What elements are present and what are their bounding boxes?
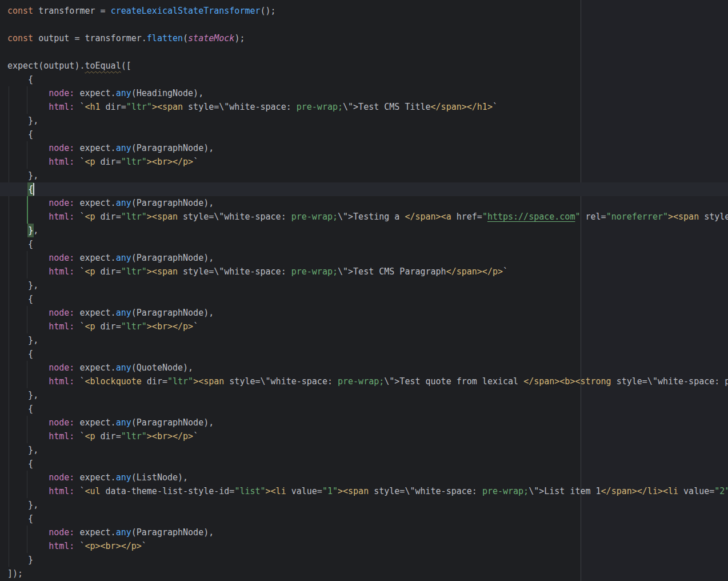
code-segment: expect(output). xyxy=(7,61,85,71)
code-segment: expect. xyxy=(74,472,115,483)
code-segment: data-theme-list-style-id= xyxy=(101,486,235,496)
code-line: { xyxy=(0,73,728,86)
code-segment: { xyxy=(7,459,33,469)
code-segment: { xyxy=(7,294,33,304)
code-segment: " xyxy=(482,212,487,222)
code-line xyxy=(0,45,728,59)
code-segment: ><span xyxy=(147,212,178,222)
code-segment: html: xyxy=(49,266,74,277)
code-segment: dir= xyxy=(95,212,121,222)
code-segment xyxy=(7,321,49,332)
code-line: }, xyxy=(0,169,728,182)
code-line: node: expect.any(ParagraphNode), xyxy=(0,526,728,539)
code-line: html: `<p dir="ltr"><br></p>` xyxy=(0,155,728,169)
code-segment: expect. xyxy=(74,253,115,263)
code-segment xyxy=(7,486,49,496)
code-segment xyxy=(7,184,28,194)
code-line: const transformer = createLexicalStateTr… xyxy=(0,4,728,18)
code-line: node: expect.any(ParagraphNode), xyxy=(0,251,728,265)
code-line: }, xyxy=(0,498,728,512)
code-segment: (ListNode), xyxy=(131,472,188,483)
code-segment: }, xyxy=(7,170,38,181)
code-line: } xyxy=(0,553,728,567)
code-segment: dir= xyxy=(95,321,121,332)
code-segment: ); xyxy=(234,33,245,43)
code-segment: pre-wrap; xyxy=(291,212,338,222)
code-line: const output = transformer.flatten(state… xyxy=(0,31,728,45)
code-segment: any xyxy=(116,143,131,153)
code-line: { xyxy=(0,237,728,251)
code-line: { xyxy=(0,292,728,306)
code-segment: "list" xyxy=(234,486,265,496)
code-segment: ` xyxy=(74,376,85,387)
code-segment xyxy=(7,157,49,167)
code-segment: <blockquote xyxy=(85,376,141,387)
code-segment: html: xyxy=(49,431,74,441)
code-segment: ><br></p> xyxy=(147,431,193,441)
code-segment: (ParagraphNode), xyxy=(131,253,214,263)
code-segment: any xyxy=(116,472,131,483)
code-segment: (ParagraphNode), xyxy=(131,527,214,538)
code-segment: }, xyxy=(7,116,38,126)
code-segment: }, xyxy=(7,280,38,290)
code-segment xyxy=(7,527,49,538)
code-segment: </span><a xyxy=(405,212,451,222)
code-segment: <p xyxy=(85,321,95,332)
code-editor[interactable]: const transformer = createLexicalStateTr… xyxy=(0,0,728,581)
code-segment: ` xyxy=(74,212,85,222)
code-segment: ` xyxy=(193,157,198,167)
code-segment: ` xyxy=(74,266,85,277)
code-segment: </span><b><strong xyxy=(523,376,611,387)
code-lines: const transformer = createLexicalStateTr… xyxy=(0,4,728,580)
code-segment: ><span xyxy=(338,486,369,496)
code-segment: expect. xyxy=(74,363,115,373)
code-segment: ` xyxy=(74,157,85,167)
code-line: html: `<p dir="ltr"><br></p>` xyxy=(0,320,728,333)
code-line: expect(output).toEqual([ xyxy=(0,59,728,73)
code-segment: style= xyxy=(699,212,728,222)
code-segment: "ltr" xyxy=(121,266,147,277)
code-segment: const xyxy=(7,33,33,43)
code-line: html: `<p dir="ltr"><br></p>` xyxy=(0,429,728,443)
code-segment: flatten xyxy=(147,33,183,43)
code-segment xyxy=(7,472,49,483)
code-segment: pre-wrap; xyxy=(482,486,529,496)
code-segment: <ul xyxy=(85,486,100,496)
code-line: { xyxy=(0,457,728,471)
code-segment: ` xyxy=(493,102,498,112)
code-segment: html: xyxy=(49,157,74,167)
code-line: { xyxy=(0,182,728,196)
code-segment: "ltr" xyxy=(121,431,147,441)
code-segment: dir= xyxy=(142,376,167,387)
code-segment: (ParagraphNode), xyxy=(131,308,214,318)
code-segment: \">List item 1 xyxy=(529,486,601,496)
code-segment: <h1 xyxy=(85,102,100,112)
code-line: html: `<p dir="ltr"><span style=\"white-… xyxy=(0,265,728,278)
code-segment: { xyxy=(7,404,33,414)
code-segment xyxy=(7,102,49,112)
code-segment: <p xyxy=(85,266,95,277)
code-segment: ` xyxy=(193,321,198,332)
code-segment xyxy=(7,212,49,222)
code-segment xyxy=(7,266,49,277)
code-segment: dir= xyxy=(95,431,121,441)
code-line: ]); xyxy=(0,567,728,580)
code-segment: { xyxy=(7,349,33,359)
code-segment: style=\"white-space: xyxy=(183,102,297,112)
code-segment: node: xyxy=(49,88,74,98)
code-segment: ><span xyxy=(193,376,224,387)
code-line: html: `<p dir="ltr"><span style=\"white-… xyxy=(0,210,728,224)
code-segment: any xyxy=(116,527,131,538)
code-segment: , xyxy=(33,225,38,236)
code-line: }, xyxy=(0,443,728,457)
code-segment: any xyxy=(116,308,131,318)
code-segment: expect. xyxy=(74,88,115,98)
code-segment: ` xyxy=(193,431,198,441)
code-line: node: expect.any(ParagraphNode), xyxy=(0,141,728,155)
code-segment: value= xyxy=(678,486,714,496)
code-segment: pre-wrap; xyxy=(338,376,384,387)
code-segment: ` xyxy=(74,486,85,496)
code-segment: "ltr" xyxy=(121,321,147,332)
code-line: { xyxy=(0,402,728,416)
code-segment: ><span xyxy=(152,102,183,112)
